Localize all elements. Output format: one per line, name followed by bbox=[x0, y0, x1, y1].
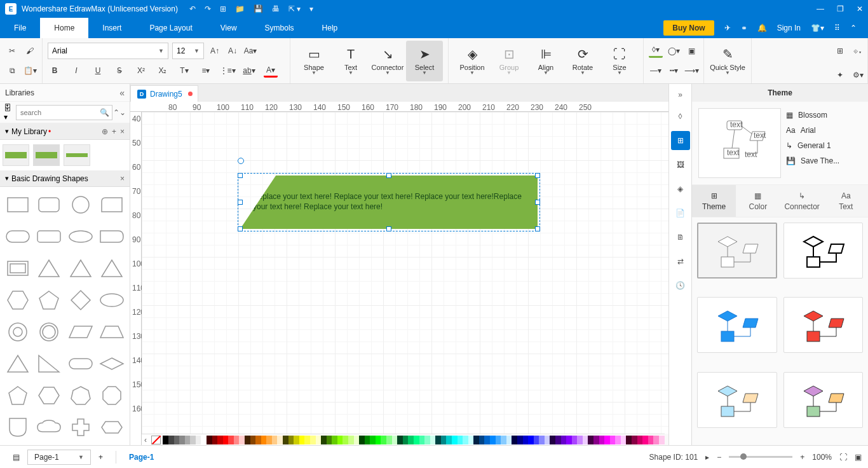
fullscreen-icon[interactable]: ▣ bbox=[855, 453, 862, 462]
color-swatch[interactable] bbox=[359, 436, 365, 444]
new-icon[interactable]: ⊞ bbox=[220, 4, 226, 13]
apps-icon[interactable]: ⠿ bbox=[834, 24, 840, 32]
position-button[interactable]: ◈Position▼ bbox=[454, 41, 491, 81]
image-panel-icon[interactable]: 🖼 bbox=[671, 155, 690, 174]
color-swatch[interactable] bbox=[223, 436, 229, 444]
size-button[interactable]: ⛶Size▼ bbox=[601, 41, 638, 81]
shape-right-tri[interactable] bbox=[34, 348, 65, 379]
close-icon[interactable]: ✕ bbox=[857, 4, 863, 13]
palette-nav-left-icon[interactable]: ‹ bbox=[142, 436, 149, 444]
color-swatch[interactable] bbox=[506, 436, 512, 444]
color-swatch[interactable] bbox=[376, 436, 381, 444]
color-swatch[interactable] bbox=[239, 436, 245, 444]
color-swatch[interactable] bbox=[610, 436, 616, 444]
line-spacing-icon[interactable]: ≡▾ bbox=[199, 64, 213, 78]
color-swatch[interactable] bbox=[403, 436, 409, 444]
shape-trapezoid[interactable] bbox=[97, 317, 128, 347]
resize-handle[interactable] bbox=[535, 226, 540, 231]
change-case-icon[interactable]: Aa▾ bbox=[243, 44, 257, 58]
color-swatch[interactable] bbox=[653, 436, 659, 444]
buy-now-button[interactable]: Buy Now bbox=[663, 20, 714, 36]
clear-format-icon[interactable]: ab▾ bbox=[242, 64, 256, 78]
rotate-button[interactable]: ⟳Rotate▼ bbox=[564, 41, 601, 81]
color-swatch[interactable] bbox=[583, 436, 588, 444]
color-swatch[interactable] bbox=[381, 436, 386, 444]
canvas[interactable]: Replace your text here! Replace your tex… bbox=[142, 112, 668, 434]
shape-hex3[interactable] bbox=[97, 412, 128, 443]
italic-icon[interactable]: I bbox=[69, 64, 83, 78]
color-swatch[interactable] bbox=[414, 436, 419, 444]
color-swatch[interactable] bbox=[637, 436, 643, 444]
resize-handle[interactable] bbox=[238, 226, 243, 231]
theme-connector-option[interactable]: ↳General 1 bbox=[786, 141, 862, 150]
text-tab[interactable]: AaText bbox=[824, 185, 868, 217]
zoom-level[interactable]: 100% bbox=[812, 453, 832, 462]
shape-octagon[interactable] bbox=[97, 380, 128, 411]
bullets-icon[interactable]: ⋮≡▾ bbox=[220, 64, 234, 78]
undo-icon[interactable]: ↶ bbox=[189, 4, 196, 13]
export-icon[interactable]: ⇱ ▾ bbox=[288, 4, 301, 13]
shape-triangle2[interactable] bbox=[65, 253, 96, 284]
connector-tab[interactable]: ↳Connector bbox=[780, 185, 824, 217]
shape-hex2[interactable] bbox=[34, 380, 65, 411]
no-fill-swatch[interactable] bbox=[151, 436, 161, 444]
lib-thumb[interactable] bbox=[33, 144, 60, 166]
basic-shapes-section[interactable]: ▾ Basic Drawing Shapes × bbox=[0, 170, 130, 187]
color-swatch[interactable] bbox=[294, 436, 299, 444]
color-swatch[interactable] bbox=[496, 436, 501, 444]
color-swatch[interactable] bbox=[441, 436, 447, 444]
underline-icon[interactable]: U bbox=[91, 64, 105, 78]
color-swatch[interactable] bbox=[174, 436, 180, 444]
redo-icon[interactable]: ↷ bbox=[205, 4, 211, 13]
menu-help[interactable]: Help bbox=[308, 18, 352, 38]
paste-icon[interactable]: 📋▾ bbox=[23, 64, 37, 78]
color-swatch[interactable] bbox=[593, 436, 599, 444]
shape-card[interactable] bbox=[97, 189, 128, 220]
color-swatch[interactable] bbox=[555, 436, 561, 444]
resize-handle[interactable] bbox=[386, 226, 391, 231]
page-panel-icon[interactable]: 📄 bbox=[671, 203, 690, 223]
resize-handle[interactable] bbox=[535, 173, 540, 178]
color-swatch[interactable] bbox=[550, 436, 555, 444]
resize-handle[interactable] bbox=[238, 173, 243, 178]
shape-pill[interactable] bbox=[3, 221, 33, 252]
share-icon[interactable]: ⚭ bbox=[741, 24, 747, 32]
shape-rhombus[interactable] bbox=[97, 348, 128, 379]
color-swatch[interactable] bbox=[539, 436, 545, 444]
zoom-in-icon[interactable]: + bbox=[800, 453, 804, 462]
lib-thumb[interactable] bbox=[64, 144, 90, 166]
ext1-icon[interactable]: ⊞ bbox=[833, 44, 847, 58]
font-color-icon[interactable]: A▾ bbox=[264, 64, 278, 78]
format-painter-icon[interactable]: 🖌 bbox=[23, 44, 37, 58]
sign-in-link[interactable]: Sign In bbox=[777, 24, 801, 32]
color-swatch[interactable] bbox=[190, 436, 196, 444]
menu-home[interactable]: Home bbox=[40, 18, 88, 38]
color-swatch[interactable] bbox=[392, 436, 398, 444]
line-color-icon[interactable]: ◯▾ bbox=[667, 44, 681, 58]
theme-blossom-option[interactable]: ▦Blossom bbox=[786, 111, 862, 120]
color-swatch[interactable] bbox=[648, 436, 654, 444]
shape-tri-up[interactable] bbox=[3, 348, 33, 379]
color-swatch[interactable] bbox=[212, 436, 218, 444]
color-swatch[interactable] bbox=[512, 436, 517, 444]
color-swatch[interactable] bbox=[419, 436, 425, 444]
page-selector[interactable]: Page-1▼ bbox=[27, 450, 91, 465]
color-swatch[interactable] bbox=[446, 436, 452, 444]
color-swatch[interactable] bbox=[577, 436, 583, 444]
expand-panel-icon[interactable]: » bbox=[669, 88, 691, 102]
swap-panel-icon[interactable]: ⇄ bbox=[671, 252, 690, 271]
color-swatch[interactable] bbox=[327, 436, 332, 444]
color-swatch[interactable] bbox=[288, 436, 294, 444]
theme-save-option[interactable]: 💾Save The... bbox=[786, 156, 862, 165]
search-icon[interactable]: 🔍 bbox=[100, 108, 109, 117]
shape-parallelogram[interactable] bbox=[65, 317, 96, 347]
color-swatch[interactable] bbox=[255, 436, 261, 444]
color-swatch[interactable] bbox=[424, 436, 430, 444]
shape-heptagon[interactable] bbox=[65, 380, 96, 411]
color-swatch[interactable] bbox=[604, 436, 610, 444]
color-swatch[interactable] bbox=[299, 436, 305, 444]
send-icon[interactable]: ✈ bbox=[724, 24, 731, 32]
play-icon[interactable]: ▸ bbox=[705, 453, 709, 462]
open-icon[interactable]: 📁 bbox=[235, 4, 245, 13]
subscript-icon[interactable]: X₂ bbox=[156, 64, 170, 78]
